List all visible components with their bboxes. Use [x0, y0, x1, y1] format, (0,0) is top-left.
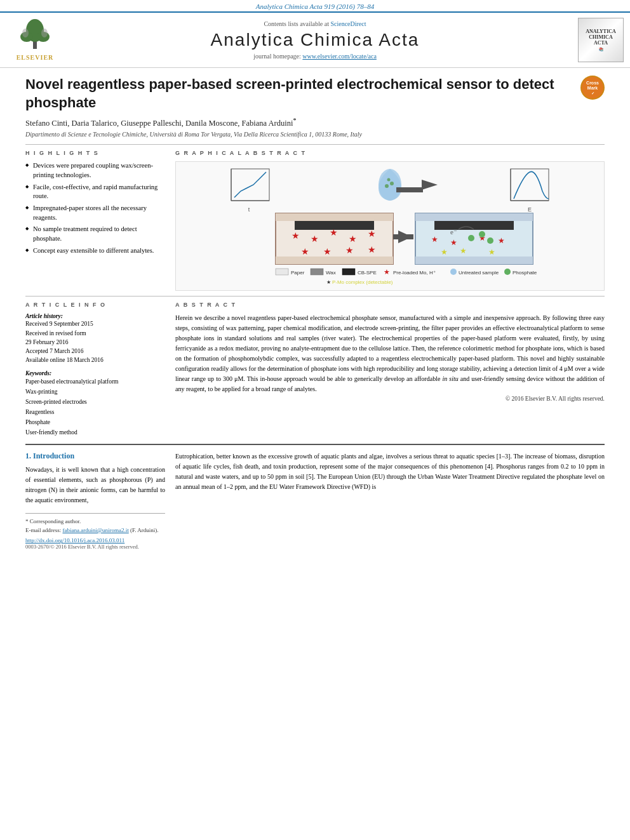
graphical-abstract-heading: G R A P H I C A L A B S T R A C T — [175, 150, 605, 156]
svg-text:Wax: Wax — [326, 270, 336, 276]
issn-line: 0003-2670/© 2016 Elsevier B.V. All right… — [25, 543, 165, 550]
intro-left-text: Nowadays, it is well known that a high c… — [25, 465, 165, 505]
svg-rect-41 — [415, 257, 533, 264]
keyword-6: User-friendly method — [25, 427, 165, 437]
svg-text:★: ★ — [311, 234, 319, 244]
svg-rect-56 — [311, 269, 323, 275]
crossmark-badge: Cross Mark ✓ — [580, 76, 605, 100]
corresponding-note: * Corresponding author. — [25, 517, 165, 526]
highlight-item-4: No sample treatment required to detect p… — [25, 225, 165, 243]
keyword-2: Wax-printing — [25, 387, 165, 397]
keywords-section: Keywords: Paper-based electroanalytical … — [25, 370, 165, 438]
divider-1 — [25, 144, 605, 145]
svg-text:★: ★ — [368, 229, 376, 239]
highlights-list: Devices were prepared coupling wax/scree… — [25, 161, 165, 255]
svg-text:★: ★ — [301, 247, 309, 257]
svg-rect-54 — [276, 269, 288, 275]
svg-text:★: ★ — [488, 248, 495, 257]
svg-text:★: ★ — [323, 247, 332, 257]
article-affiliation: Dipartimento di Scienze e Tecnologie Chi… — [25, 131, 605, 138]
divider-2 — [25, 296, 605, 297]
legend-extra: ★ P-Mo complex (detectable) — [180, 279, 600, 286]
svg-text:e⁻: e⁻ — [450, 228, 457, 236]
highlights-section: H I G H L I G H T S Devices were prepare… — [25, 150, 165, 291]
svg-text:★: ★ — [498, 236, 505, 245]
svg-text:✓: ✓ — [591, 91, 594, 95]
svg-point-19 — [385, 184, 389, 188]
svg-rect-14 — [511, 169, 549, 201]
journal-header: ELSEVIER Contents lists available at Sci… — [0, 11, 630, 68]
svg-point-4 — [22, 29, 29, 37]
svg-rect-10 — [231, 169, 269, 201]
intro-right-text: Eutrophication, better known as the exce… — [175, 451, 605, 492]
keyword-5: Phosphate — [25, 417, 165, 427]
svg-rect-23 — [396, 187, 423, 192]
svg-text:Untreated sample: Untreated sample — [459, 270, 499, 276]
svg-point-53 — [487, 237, 493, 244]
svg-rect-42 — [434, 221, 514, 230]
footnote-area: * Corresponding author. E-mail address: … — [25, 513, 165, 550]
svg-text:E: E — [528, 206, 532, 213]
highlights-heading: H I G H L I G H T S — [25, 150, 165, 156]
doi-line: http://dx.doi.org/10.1016/j.aca.2016.03.… — [25, 537, 165, 543]
main-content: Novel reagentless paper-based screen-pri… — [0, 68, 630, 563]
graphical-abstract-box: t E — [175, 161, 605, 291]
svg-point-64 — [504, 269, 511, 275]
homepage-line: journal homepage: www.elsevier.com/locat… — [64, 53, 566, 60]
keyword-3: Screen-printed electrodes — [25, 397, 165, 407]
svg-point-20 — [390, 182, 394, 185]
svg-text:Phosphate: Phosphate — [513, 270, 537, 276]
svg-rect-58 — [342, 269, 355, 275]
svg-rect-40 — [415, 213, 533, 221]
svg-text:★: ★ — [292, 231, 300, 241]
intro-left: 1. Introduction Nowadays, it is well kno… — [25, 451, 165, 550]
svg-marker-22 — [422, 180, 438, 190]
svg-text:★: ★ — [368, 245, 376, 255]
svg-rect-26 — [276, 257, 393, 264]
article-info-abstract-section: A R T I C L E I N F O Article history: R… — [25, 302, 605, 437]
graphical-abstract-svg: t E — [180, 166, 600, 277]
highlight-item-3: Impregnated-paper stores all the necessa… — [25, 204, 165, 222]
elsevier-logo: ELSEVIER — [6, 19, 64, 61]
highlight-item-2: Facile, cost-effective, and rapid manufa… — [25, 183, 165, 201]
svg-text:★: ★ — [450, 238, 457, 247]
svg-text:CB-SPE: CB-SPE — [358, 270, 377, 276]
sciencedirect-link[interactable]: ScienceDirect — [330, 20, 366, 27]
article-history: Article history: Received 9 September 20… — [25, 313, 165, 364]
article-info-left: A R T I C L E I N F O Article history: R… — [25, 302, 165, 437]
svg-text:Mark: Mark — [587, 86, 598, 90]
email-link[interactable]: fabiana.arduini@uniroma2.it — [62, 527, 128, 533]
article-title: Novel reagentless paper-based screen-pri… — [25, 76, 574, 112]
svg-rect-38 — [393, 234, 413, 239]
introduction-section: 1. Introduction Nowadays, it is well kno… — [25, 451, 605, 550]
intro-heading: 1. Introduction — [25, 451, 165, 461]
homepage-link[interactable]: www.elsevier.com/locate/aca — [302, 53, 377, 60]
abstract-heading: A B S T R A C T — [175, 302, 605, 308]
email-note: E-mail address: fabiana.arduini@uniroma2… — [25, 526, 165, 535]
svg-text:★: ★ — [384, 268, 390, 276]
svg-point-51 — [468, 235, 474, 241]
svg-text:t: t — [248, 206, 250, 213]
highlights-graphical-section: H I G H L I G H T S Devices were prepare… — [25, 150, 605, 291]
svg-point-21 — [387, 178, 391, 182]
svg-text:★: ★ — [431, 235, 438, 244]
article-info-heading: A R T I C L E I N F O — [25, 302, 165, 308]
svg-text:★: ★ — [330, 228, 338, 237]
keyword-4: Reagentless — [25, 407, 165, 417]
svg-point-62 — [450, 269, 457, 275]
journal-citation: Analytica Chimica Acta 919 (2016) 78–84 — [0, 0, 630, 11]
journal-center: Contents lists available at ScienceDirec… — [64, 20, 566, 60]
svg-rect-0 — [33, 41, 37, 49]
thick-divider — [25, 444, 605, 445]
article-authors: Stefano Cinti, Daria Talarico, Giuseppe … — [25, 117, 605, 128]
doi-link[interactable]: http://dx.doi.org/10.1016/j.aca.2016.03.… — [25, 537, 124, 543]
elsevier-logo-svg — [13, 19, 57, 54]
highlight-item-1: Devices were prepared coupling wax/scree… — [25, 161, 165, 180]
article-title-section: Novel reagentless paper-based screen-pri… — [25, 76, 605, 112]
svg-text:Cross: Cross — [586, 81, 599, 85]
abstract-section: A B S T R A C T Herein we describe a nov… — [175, 302, 605, 437]
elsevier-label: ELSEVIER — [17, 54, 54, 61]
keyword-1: Paper-based electroanalytical platform — [25, 377, 165, 387]
svg-point-52 — [479, 231, 485, 237]
svg-text:Paper: Paper — [291, 270, 305, 276]
